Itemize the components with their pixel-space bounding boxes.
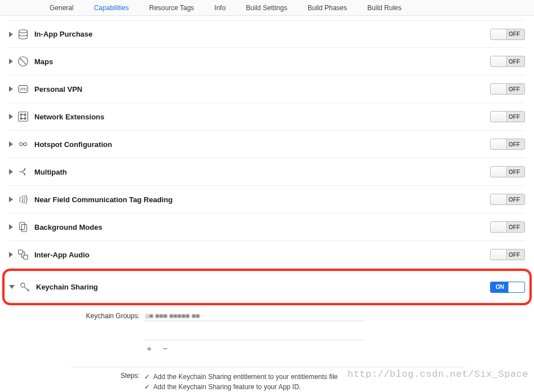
toggle-background-modes[interactable]: OFF: [490, 221, 525, 233]
tab-build-settings[interactable]: Build Settings: [236, 0, 297, 16]
tab-general[interactable]: General: [39, 0, 84, 16]
disclosure-icon[interactable]: [9, 224, 13, 230]
capability-label: Background Modes: [34, 223, 103, 231]
svg-point-0: [19, 29, 28, 33]
check-icon: ✓: [144, 372, 150, 382]
keychain-highlight: Keychain Sharing ON: [2, 269, 532, 305]
disclosure-icon[interactable]: [9, 59, 13, 64]
capability-maps: Maps OFF: [9, 48, 525, 75]
capability-label: Keychain Sharing: [36, 283, 98, 291]
tab-resource-tags[interactable]: Resource Tags: [139, 0, 204, 16]
toggle-hotspot[interactable]: OFF: [490, 139, 525, 150]
svg-point-9: [20, 142, 23, 146]
step-text: Add the Keychain Sharing entitlement to …: [153, 372, 338, 382]
capability-keychain-sharing: Keychain Sharing ON: [9, 273, 525, 301]
svg-rect-11: [20, 222, 25, 230]
capability-label: Maps: [34, 57, 53, 66]
svg-rect-12: [21, 224, 26, 231]
capability-background-modes: Background Modes OFF: [9, 213, 525, 241]
steps-list: ✓Add the Keychain Sharing entitlement to…: [144, 372, 338, 392]
disclosure-icon[interactable]: [9, 169, 13, 175]
capability-inter-app-audio: Inter-App Audio OFF: [9, 241, 525, 269]
toggle-keychain-sharing[interactable]: ON: [490, 282, 525, 293]
svg-point-10: [24, 142, 26, 146]
toggle-personal-vpn[interactable]: OFF: [490, 83, 525, 95]
keychain-icon: [18, 280, 32, 294]
disclosure-icon[interactable]: [9, 114, 13, 119]
capability-hotspot: Hotspot Configuration OFF: [9, 131, 525, 158]
capability-label: Near Field Communication Tag Reading: [34, 195, 172, 204]
disclosure-icon[interactable]: [9, 285, 15, 289]
disclosure-icon[interactable]: [9, 252, 13, 257]
keychain-groups-label: Keychain Groups:: [82, 311, 144, 321]
disclosure-icon[interactable]: [9, 141, 13, 147]
toggle-nfc[interactable]: OFF: [490, 194, 525, 205]
keychain-group-entry[interactable]: o■ ■■■ ■■■■■ ■■ ·: [144, 311, 364, 321]
step-text: Add the Keychain Sharing feature to your…: [153, 382, 301, 392]
capability-label: Inter-App Audio: [34, 251, 90, 259]
disclosure-icon[interactable]: [9, 86, 13, 92]
watermark: http://blog.csdn.net/Six_Space: [348, 369, 528, 380]
capability-multipath: Multipath OFF: [9, 158, 525, 186]
tab-build-phases[interactable]: Build Phases: [297, 0, 357, 16]
svg-rect-13: [19, 250, 23, 254]
remove-keychain-group-button[interactable]: −: [161, 344, 169, 353]
capability-personal-vpn: VPN Personal VPN OFF: [9, 75, 525, 103]
capability-in-app-purchase: In-App Purchase OFF: [9, 20, 525, 48]
hotspot-icon: [16, 137, 30, 151]
toggle-inter-app-audio[interactable]: OFF: [490, 249, 525, 260]
check-icon: ✓: [144, 382, 150, 392]
capability-label: In-App Purchase: [34, 30, 92, 38]
project-tabs: General Capabilities Resource Tags Info …: [0, 0, 534, 16]
toggle-multipath[interactable]: OFF: [490, 166, 525, 177]
capability-network-extensions: Network Extensions OFF: [9, 103, 525, 131]
steps-label: Steps:: [71, 372, 144, 392]
svg-point-15: [21, 283, 25, 287]
capability-label: Personal VPN: [34, 85, 82, 93]
background-modes-icon: [16, 220, 30, 234]
svg-text:VPN: VPN: [19, 87, 27, 91]
capabilities-list: In-App Purchase OFF Maps OFF VPN Persona…: [0, 20, 534, 392]
capability-label: Hotspot Configuration: [34, 140, 112, 149]
toggle-network-extensions[interactable]: OFF: [490, 111, 525, 122]
multipath-icon: [16, 165, 30, 179]
inter-app-audio-icon: [16, 248, 30, 261]
capability-label: Multipath: [34, 168, 67, 176]
vpn-icon: VPN: [16, 82, 30, 96]
svg-rect-4: [19, 112, 28, 122]
disclosure-icon[interactable]: [9, 32, 13, 37]
network-extensions-icon: [16, 110, 30, 123]
toggle-maps[interactable]: OFF: [490, 56, 525, 67]
nfc-icon: [16, 193, 30, 206]
add-keychain-group-button[interactable]: +: [145, 344, 153, 353]
maps-icon: [16, 55, 30, 68]
capability-nfc: Near Field Communication Tag Reading OFF: [9, 186, 525, 213]
tab-build-rules[interactable]: Build Rules: [357, 0, 412, 16]
tab-capabilities[interactable]: Capabilities: [84, 0, 139, 16]
capability-label: Network Extensions: [34, 113, 104, 121]
toggle-in-app-purchase[interactable]: OFF: [490, 29, 525, 40]
svg-rect-14: [24, 255, 28, 259]
keychain-groups-field[interactable]: o■ ■■■ ■■■■■ ■■ · + −: [144, 311, 364, 353]
tab-info[interactable]: Info: [204, 0, 236, 16]
disclosure-icon[interactable]: [9, 197, 13, 202]
in-app-purchase-icon: [16, 28, 30, 41]
